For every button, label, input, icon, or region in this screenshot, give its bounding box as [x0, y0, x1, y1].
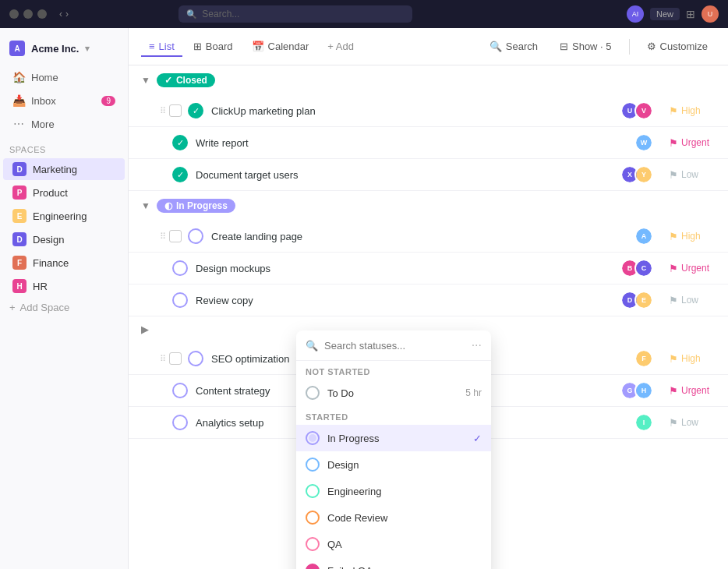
titlebar: ‹ › 🔍 Search... AI New ⊞ U	[0, 0, 728, 28]
add-space-button[interactable]: + Add Space	[0, 298, 128, 317]
add-view-button[interactable]: + Add	[320, 36, 362, 57]
flag-icon: ⚑	[669, 105, 678, 117]
task-checkbox[interactable]	[169, 230, 182, 242]
sidebar-item-marketing[interactable]: D Marketing	[3, 158, 125, 180]
status-option-failedqa[interactable]: Failed QA	[296, 557, 491, 569]
task-status-icon-closed: ✓	[188, 103, 203, 118]
sidebar-item-engineering[interactable]: E Engineering	[3, 205, 125, 227]
add-space-plus-icon: +	[9, 302, 16, 313]
show-button[interactable]: ⊟ Show · 5	[552, 37, 620, 56]
task-avatars: D E	[620, 291, 653, 309]
closed-chevron-icon: ▼	[141, 75, 150, 86]
user-avatar[interactable]: U	[701, 5, 719, 23]
nav-arrows: ‹ ›	[59, 9, 69, 19]
sidebar-item-finance[interactable]: F Finance	[3, 252, 125, 274]
tab-list[interactable]: ≡ List	[141, 36, 182, 57]
task-avatars: B C	[620, 259, 653, 277]
back-arrow-icon[interactable]: ‹	[59, 9, 62, 19]
show-icon: ⊟	[560, 41, 568, 52]
workspace-selector[interactable]: A Acme Inc. ▾	[0, 34, 128, 62]
dropdown-search-bar[interactable]: 🔍 ···	[296, 330, 491, 361]
qa-option-label: QA	[327, 539, 482, 550]
status-option-design[interactable]: Design	[296, 451, 491, 478]
task-status-icon-inprogress	[188, 228, 203, 244]
workspace-icon: A	[9, 41, 25, 56]
grid-icon[interactable]: ⊞	[686, 8, 695, 20]
search-placeholder: Search...	[202, 9, 239, 19]
failedqa-option-label: Failed QA	[327, 565, 482, 570]
status-option-codereview[interactable]: Code Review	[296, 504, 491, 531]
todo-label: To Do	[327, 387, 458, 399]
ai-avatar[interactable]: AI	[627, 5, 644, 23]
more-icon: ⋯	[12, 118, 25, 130]
dropdown-more-icon[interactable]: ···	[472, 338, 482, 352]
avatar: W	[634, 133, 653, 152]
dropdown-search-input[interactable]	[324, 340, 465, 352]
sidebar-item-home-label: Home	[31, 72, 58, 83]
customize-button[interactable]: ⚙ Customize	[639, 37, 716, 56]
search-button[interactable]: 🔍 Search	[482, 37, 546, 56]
closed-status-badge: ✓ Closed	[157, 73, 215, 87]
qa-status-icon	[306, 537, 320, 551]
table-row[interactable]: ⠿ ✓ ClickUp marketing plan U V ⚑ High	[129, 95, 728, 127]
tab-board[interactable]: ⊞ Board	[186, 36, 241, 57]
sidebar-item-design[interactable]: D Design	[3, 228, 125, 250]
status-option-qa[interactable]: QA	[296, 531, 491, 557]
task-checkbox[interactable]	[169, 352, 182, 365]
tab-calendar[interactable]: 📅 Calendar	[244, 36, 317, 57]
flag-icon: ⚑	[669, 385, 678, 397]
task-avatars: A	[634, 227, 653, 246]
table-row[interactable]: Review copy D E ⚑ Low	[129, 284, 728, 316]
task-status-icon-closed: ✓	[172, 135, 188, 150]
task-checkbox[interactable]	[169, 104, 182, 117]
section-header-inprogress[interactable]: ▼ ◐ In Progress	[129, 191, 728, 221]
failedqa-status-icon	[306, 564, 320, 569]
board-icon: ⊞	[193, 41, 202, 52]
priority-badge: ⚑ Urgent	[669, 263, 716, 274]
sidebar-nav: 🏠 Home 📥 Inbox 9 ⋯ More	[0, 62, 128, 139]
inprogress-dot-icon: ◐	[164, 200, 172, 211]
task-name: Create landing page	[211, 231, 634, 242]
priority-badge: ⚑ Urgent	[669, 137, 716, 149]
flag-icon: ⚑	[669, 169, 678, 181]
tab-board-label: Board	[206, 41, 233, 52]
sidebar-item-hr[interactable]: H HR	[3, 275, 125, 297]
priority-label: Low	[681, 295, 698, 306]
codereview-status-icon	[306, 511, 320, 525]
add-view-label: + Add	[327, 41, 354, 52]
sidebar-item-inbox[interactable]: 📥 Inbox 9	[3, 90, 125, 111]
avatar: I	[634, 413, 653, 432]
forward-arrow-icon[interactable]: ›	[65, 9, 69, 19]
global-search-bar[interactable]: 🔍 Search...	[178, 5, 412, 23]
sidebar-item-more-label: More	[31, 118, 55, 130]
status-option-engineering[interactable]: Engineering	[296, 478, 491, 504]
priority-badge: ⚑ High	[669, 353, 716, 365]
inprogress2-chevron-icon: ▶	[141, 324, 148, 335]
sidebar-item-home[interactable]: 🏠 Home	[3, 66, 125, 88]
section-header-closed[interactable]: ▼ ✓ Closed	[129, 65, 728, 95]
task-status-icon-inprogress	[172, 260, 188, 276]
toolbar-right: 🔍 Search ⊟ Show · 5 ⚙ Customize	[482, 37, 716, 56]
table-row[interactable]: ✓ Document target users X Y ⚑ Low	[129, 159, 728, 191]
customize-icon: ⚙	[647, 41, 656, 52]
new-button[interactable]: New	[650, 8, 680, 20]
task-status-icon	[172, 383, 188, 398]
table-row[interactable]: ✓ Write report W ⚑ Urgent	[129, 127, 728, 159]
priority-label: Urgent	[681, 385, 709, 396]
inprogress-status-icon	[306, 431, 320, 445]
tab-list-label: List	[159, 41, 175, 52]
not-started-section-label: NOT STARTED	[296, 361, 491, 380]
table-row[interactable]: ⠿ Create landing page A ⚑ High	[129, 221, 728, 253]
calendar-icon: 📅	[252, 41, 264, 52]
task-avatars: F	[634, 349, 653, 368]
status-option-todo[interactable]: To Do 5 hr	[296, 380, 491, 406]
sidebar-item-more[interactable]: ⋯ More	[3, 113, 125, 135]
table-row[interactable]: Design mockups B C ⚑ Urgent	[129, 253, 728, 284]
task-status-icon	[188, 351, 203, 366]
sidebar-item-product[interactable]: P Product	[3, 182, 125, 203]
design-option-label: Design	[327, 459, 482, 471]
status-option-inprogress[interactable]: In Progress ✓	[296, 425, 491, 451]
search-label: Search	[506, 41, 538, 52]
priority-badge: ⚑ Low	[669, 169, 716, 181]
tab-calendar-label: Calendar	[268, 41, 309, 52]
